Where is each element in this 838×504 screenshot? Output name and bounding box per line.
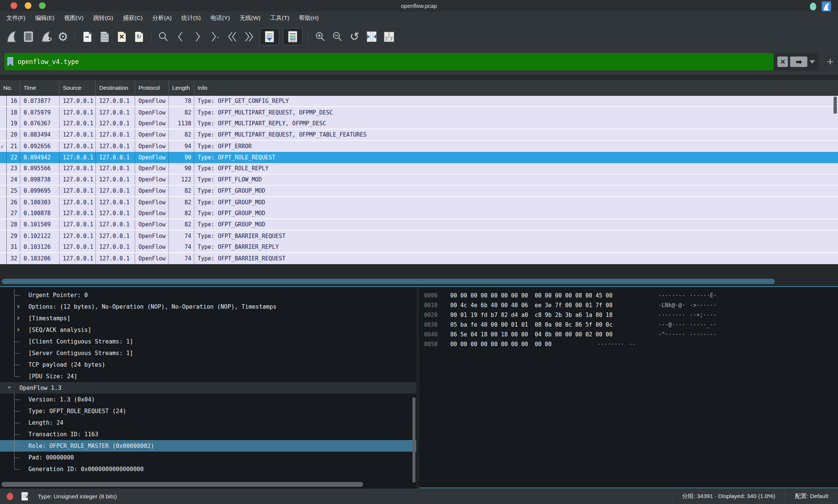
filter-text[interactable]: openflow_v4.type	[18, 58, 79, 65]
filter-dropdown-caret[interactable]	[810, 60, 815, 66]
menu-item[interactable]: 统计(S)	[177, 11, 206, 25]
go-first-button[interactable]	[224, 28, 240, 45]
tree-expander-icon[interactable]	[14, 347, 25, 359]
hex-row[interactable]: 0040 86 5e 04 18 00 18 00 00 04 8b 00 00…	[419, 330, 838, 339]
save-file-button[interactable]: 010100110101110	[96, 28, 113, 45]
detail-row[interactable]: OpenFlow 1.3	[0, 382, 416, 394]
detail-row[interactable]: [SEQ/ACK analysis]	[0, 324, 416, 336]
packet-row[interactable]: 22 0.094942 127.0.0.1 127.0.0.1 OpenFlow…	[0, 152, 838, 163]
tree-expander-icon[interactable]	[14, 440, 25, 452]
packet-row[interactable]: 18 0.075979 127.0.0.1 127.0.0.1 OpenFlow…	[0, 107, 838, 118]
packet-list-vertical-scrollbar[interactable]	[834, 97, 837, 114]
packet-list-horizontal-scrollbar[interactable]	[2, 279, 775, 284]
packet-row[interactable]: 26 0.100303 127.0.0.1 127.0.0.1 OpenFlow…	[0, 197, 838, 208]
zoom-in-button[interactable]	[312, 28, 328, 45]
column-header[interactable]: Protocol	[135, 80, 169, 95]
packet-row[interactable]: ✓ 21 0.092656 127.0.0.1 127.0.0.1 OpenFl…	[0, 141, 838, 152]
packet-row[interactable]: 29 0.102122 127.0.0.1 127.0.0.1 OpenFlow…	[0, 230, 838, 242]
tree-expander-icon[interactable]	[14, 324, 25, 336]
detail-row[interactable]: Options: (12 bytes), No-Operation (NOP),…	[0, 301, 416, 312]
display-filter-input[interactable]: openflow_v4.type	[4, 53, 774, 70]
hex-row[interactable]: 0050 00 00 00 00 00 00 00 00 00 00 ·····…	[419, 339, 838, 349]
colorize-toggle[interactable]	[283, 28, 302, 45]
tree-expander-icon[interactable]	[14, 452, 25, 463]
packet-row[interactable]: 24 0.098738 127.0.0.1 127.0.0.1 OpenFlow…	[0, 174, 838, 186]
detail-row[interactable]: [Server Contiguous Streams: 1]	[0, 347, 416, 359]
detail-row[interactable]: TCP payload (24 bytes)	[0, 359, 416, 370]
detail-row[interactable]: [Timestamps]	[0, 312, 416, 324]
packet-row[interactable]: 25 0.099695 127.0.0.1 127.0.0.1 OpenFlow…	[0, 186, 838, 197]
tree-expander-icon[interactable]	[14, 359, 25, 370]
menu-item[interactable]: 无线(W)	[235, 11, 265, 25]
packet-row[interactable]: 32 0.103206 127.0.0.1 127.0.0.1 OpenFlow…	[0, 253, 838, 264]
menu-item[interactable]: 帮助(H)	[294, 11, 324, 25]
go-forward-button[interactable]	[189, 28, 206, 45]
bookmark-icon[interactable]	[7, 57, 13, 66]
tree-expander-icon[interactable]	[14, 312, 25, 324]
detail-row[interactable]: Generation ID: 0x0000000000000000	[0, 463, 416, 475]
menu-item[interactable]: 电话(Y)	[205, 11, 235, 25]
detail-row[interactable]: [PDU Size: 24]	[0, 370, 416, 382]
start-capture-button[interactable]	[3, 28, 19, 45]
tree-expander-icon[interactable]	[5, 382, 16, 394]
pane-divider[interactable]	[416, 287, 419, 488]
detail-row[interactable]: [Client Contiguous Streams: 1]	[0, 336, 416, 347]
tree-expander-icon[interactable]	[14, 394, 25, 405]
expert-info-icon[interactable]	[7, 493, 13, 500]
column-header[interactable]: Destination	[96, 80, 135, 95]
column-header[interactable]: No.	[0, 80, 20, 95]
packet-row[interactable]: 31 0.103126 127.0.0.1 127.0.0.1 OpenFlow…	[0, 242, 838, 253]
column-header[interactable]: Length	[169, 80, 194, 95]
restart-capture-button[interactable]: ↻	[37, 28, 54, 45]
detail-row[interactable]: Length: 24	[0, 417, 416, 428]
menu-item[interactable]: 视图(V)	[59, 11, 88, 25]
capture-comment-icon[interactable]	[21, 492, 28, 501]
column-header[interactable]: Time	[20, 80, 60, 95]
tree-expander-icon[interactable]	[14, 370, 25, 382]
clear-filter-button[interactable]: ✕	[777, 56, 788, 67]
menu-item[interactable]: 文件(F)	[1, 11, 30, 25]
tree-expander-icon[interactable]	[14, 417, 25, 428]
detail-vertical-scrollbar[interactable]	[412, 397, 415, 483]
stop-capture-button[interactable]	[20, 28, 37, 45]
profile-status[interactable]: 配置: Default	[785, 492, 838, 501]
hex-row[interactable]: 0000 00 00 00 00 00 00 00 00 00 00 00 00…	[419, 291, 838, 300]
zoom-out-button[interactable]	[329, 28, 345, 45]
tree-expander-icon[interactable]	[14, 301, 25, 312]
apply-filter-button[interactable]: ➡	[790, 56, 807, 67]
packet-row[interactable]: 27 0.100878 127.0.0.1 127.0.0.1 OpenFlow…	[0, 208, 838, 219]
add-filter-button[interactable]: +	[827, 55, 834, 68]
tree-expander-icon[interactable]	[14, 428, 25, 440]
packet-counts-status[interactable]: 分组: 34391 · Displayed: 340 (1.0%)	[672, 492, 785, 501]
detail-row[interactable]: Type: OFPT_ROLE_REQUEST (24)	[0, 405, 416, 417]
detail-row[interactable]: Role: OFPCR_ROLE_MASTER (0x00000002)	[0, 440, 416, 452]
detail-horizontal-scrollbar[interactable]	[1, 482, 363, 487]
hex-row[interactable]: 0020 00 01 19 fd b7 82 d4 a0 c8 9b 2b 3b…	[419, 310, 838, 320]
layout-button[interactable]: 123	[381, 28, 397, 45]
detail-row[interactable]: Pad: 00000000	[0, 452, 416, 463]
menu-item[interactable]: 工具(T)	[265, 11, 294, 25]
reload-file-button[interactable]: ↻	[131, 28, 147, 45]
packet-row[interactable]: 20 0.083494 127.0.0.1 127.0.0.1 OpenFlow…	[0, 129, 838, 141]
tree-expander-icon[interactable]	[14, 463, 25, 475]
column-header[interactable]: Source	[60, 80, 96, 95]
menu-item[interactable]: 分析(A)	[147, 11, 177, 25]
tree-expander-icon[interactable]	[14, 289, 25, 301]
go-back-button[interactable]	[172, 28, 189, 45]
zoom-reset-button[interactable]: ↺	[346, 28, 363, 45]
go-to-packet-button[interactable]	[207, 28, 223, 45]
go-last-button[interactable]	[241, 28, 258, 45]
tree-expander-icon[interactable]	[14, 336, 25, 347]
resize-columns-button[interactable]	[363, 28, 380, 45]
menu-item[interactable]: 捕获(C)	[118, 11, 148, 25]
column-header[interactable]: Info	[194, 80, 838, 95]
tree-expander-icon[interactable]	[14, 405, 25, 417]
find-packet-button[interactable]	[155, 28, 171, 45]
close-file-button[interactable]: ✕	[113, 28, 130, 45]
packet-row[interactable]: 19 0.076367 127.0.0.1 127.0.0.1 OpenFlow…	[0, 118, 838, 129]
detail-row[interactable]: Transaction ID: 1163	[0, 428, 416, 440]
capture-options-button[interactable]: ⚙	[55, 28, 71, 45]
detail-row[interactable]: Version: 1.3 (0x04)	[0, 394, 416, 405]
open-file-button[interactable]: ➦	[79, 28, 95, 45]
menu-item[interactable]: 编辑(E)	[30, 11, 60, 25]
